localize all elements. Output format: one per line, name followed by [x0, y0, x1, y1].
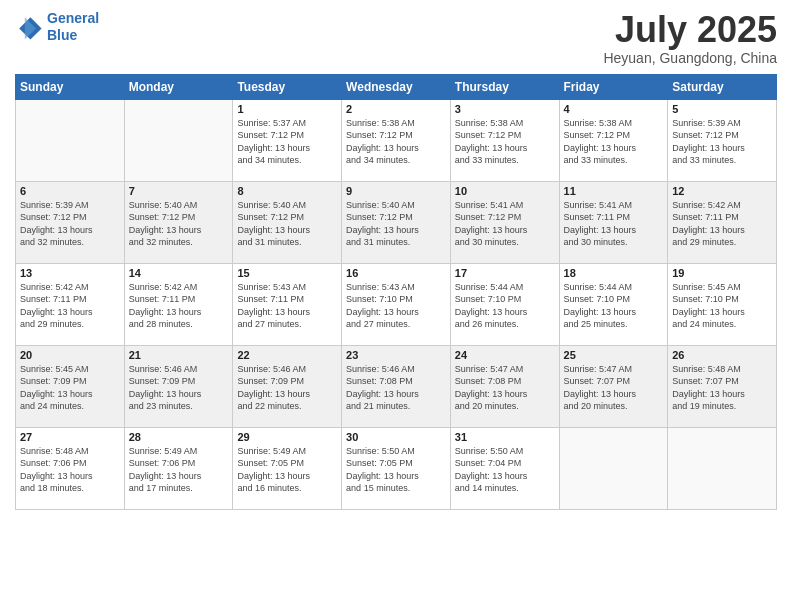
weekday-header-sunday: Sunday	[16, 74, 125, 99]
calendar-cell: 9Sunrise: 5:40 AM Sunset: 7:12 PM Daylig…	[342, 181, 451, 263]
day-number: 16	[346, 267, 446, 279]
day-info: Sunrise: 5:43 AM Sunset: 7:10 PM Dayligh…	[346, 281, 446, 331]
logo: General Blue	[15, 10, 99, 44]
day-number: 23	[346, 349, 446, 361]
weekday-header-wednesday: Wednesday	[342, 74, 451, 99]
calendar-cell	[559, 427, 668, 509]
calendar-cell: 18Sunrise: 5:44 AM Sunset: 7:10 PM Dayli…	[559, 263, 668, 345]
day-number: 7	[129, 185, 229, 197]
weekday-header-tuesday: Tuesday	[233, 74, 342, 99]
day-number: 29	[237, 431, 337, 443]
calendar-cell: 19Sunrise: 5:45 AM Sunset: 7:10 PM Dayli…	[668, 263, 777, 345]
calendar-cell: 30Sunrise: 5:50 AM Sunset: 7:05 PM Dayli…	[342, 427, 451, 509]
day-number: 14	[129, 267, 229, 279]
logo-icon	[15, 13, 43, 41]
calendar-cell: 2Sunrise: 5:38 AM Sunset: 7:12 PM Daylig…	[342, 99, 451, 181]
day-info: Sunrise: 5:44 AM Sunset: 7:10 PM Dayligh…	[564, 281, 664, 331]
week-row-1: 1Sunrise: 5:37 AM Sunset: 7:12 PM Daylig…	[16, 99, 777, 181]
day-info: Sunrise: 5:44 AM Sunset: 7:10 PM Dayligh…	[455, 281, 555, 331]
week-row-2: 6Sunrise: 5:39 AM Sunset: 7:12 PM Daylig…	[16, 181, 777, 263]
calendar-cell: 17Sunrise: 5:44 AM Sunset: 7:10 PM Dayli…	[450, 263, 559, 345]
location: Heyuan, Guangdong, China	[603, 50, 777, 66]
calendar-cell: 29Sunrise: 5:49 AM Sunset: 7:05 PM Dayli…	[233, 427, 342, 509]
day-number: 21	[129, 349, 229, 361]
day-info: Sunrise: 5:39 AM Sunset: 7:12 PM Dayligh…	[20, 199, 120, 249]
day-info: Sunrise: 5:45 AM Sunset: 7:09 PM Dayligh…	[20, 363, 120, 413]
calendar-cell	[668, 427, 777, 509]
calendar-cell: 13Sunrise: 5:42 AM Sunset: 7:11 PM Dayli…	[16, 263, 125, 345]
day-number: 19	[672, 267, 772, 279]
calendar-cell: 8Sunrise: 5:40 AM Sunset: 7:12 PM Daylig…	[233, 181, 342, 263]
day-number: 28	[129, 431, 229, 443]
day-info: Sunrise: 5:48 AM Sunset: 7:07 PM Dayligh…	[672, 363, 772, 413]
week-row-3: 13Sunrise: 5:42 AM Sunset: 7:11 PM Dayli…	[16, 263, 777, 345]
calendar-cell: 14Sunrise: 5:42 AM Sunset: 7:11 PM Dayli…	[124, 263, 233, 345]
calendar-cell: 24Sunrise: 5:47 AM Sunset: 7:08 PM Dayli…	[450, 345, 559, 427]
day-number: 10	[455, 185, 555, 197]
day-info: Sunrise: 5:48 AM Sunset: 7:06 PM Dayligh…	[20, 445, 120, 495]
day-number: 15	[237, 267, 337, 279]
logo-blue: Blue	[47, 27, 77, 43]
day-number: 4	[564, 103, 664, 115]
day-info: Sunrise: 5:42 AM Sunset: 7:11 PM Dayligh…	[672, 199, 772, 249]
page: General Blue July 2025 Heyuan, Guangdong…	[0, 0, 792, 612]
day-number: 30	[346, 431, 446, 443]
weekday-header-saturday: Saturday	[668, 74, 777, 99]
calendar-cell: 28Sunrise: 5:49 AM Sunset: 7:06 PM Dayli…	[124, 427, 233, 509]
calendar-cell: 11Sunrise: 5:41 AM Sunset: 7:11 PM Dayli…	[559, 181, 668, 263]
day-number: 13	[20, 267, 120, 279]
day-info: Sunrise: 5:38 AM Sunset: 7:12 PM Dayligh…	[346, 117, 446, 167]
calendar-cell: 5Sunrise: 5:39 AM Sunset: 7:12 PM Daylig…	[668, 99, 777, 181]
day-info: Sunrise: 5:43 AM Sunset: 7:11 PM Dayligh…	[237, 281, 337, 331]
calendar-cell: 1Sunrise: 5:37 AM Sunset: 7:12 PM Daylig…	[233, 99, 342, 181]
day-number: 9	[346, 185, 446, 197]
day-number: 31	[455, 431, 555, 443]
calendar-cell: 31Sunrise: 5:50 AM Sunset: 7:04 PM Dayli…	[450, 427, 559, 509]
calendar-cell: 26Sunrise: 5:48 AM Sunset: 7:07 PM Dayli…	[668, 345, 777, 427]
day-info: Sunrise: 5:47 AM Sunset: 7:08 PM Dayligh…	[455, 363, 555, 413]
calendar-cell: 4Sunrise: 5:38 AM Sunset: 7:12 PM Daylig…	[559, 99, 668, 181]
day-number: 27	[20, 431, 120, 443]
day-info: Sunrise: 5:50 AM Sunset: 7:05 PM Dayligh…	[346, 445, 446, 495]
day-info: Sunrise: 5:39 AM Sunset: 7:12 PM Dayligh…	[672, 117, 772, 167]
calendar-cell: 27Sunrise: 5:48 AM Sunset: 7:06 PM Dayli…	[16, 427, 125, 509]
calendar-cell: 6Sunrise: 5:39 AM Sunset: 7:12 PM Daylig…	[16, 181, 125, 263]
day-number: 17	[455, 267, 555, 279]
day-number: 11	[564, 185, 664, 197]
day-number: 22	[237, 349, 337, 361]
day-info: Sunrise: 5:49 AM Sunset: 7:06 PM Dayligh…	[129, 445, 229, 495]
day-number: 18	[564, 267, 664, 279]
day-number: 2	[346, 103, 446, 115]
week-row-4: 20Sunrise: 5:45 AM Sunset: 7:09 PM Dayli…	[16, 345, 777, 427]
calendar-cell: 25Sunrise: 5:47 AM Sunset: 7:07 PM Dayli…	[559, 345, 668, 427]
day-number: 3	[455, 103, 555, 115]
calendar-cell: 22Sunrise: 5:46 AM Sunset: 7:09 PM Dayli…	[233, 345, 342, 427]
calendar-cell: 20Sunrise: 5:45 AM Sunset: 7:09 PM Dayli…	[16, 345, 125, 427]
calendar-cell: 23Sunrise: 5:46 AM Sunset: 7:08 PM Dayli…	[342, 345, 451, 427]
calendar-cell: 15Sunrise: 5:43 AM Sunset: 7:11 PM Dayli…	[233, 263, 342, 345]
day-number: 12	[672, 185, 772, 197]
weekday-header-row: SundayMondayTuesdayWednesdayThursdayFrid…	[16, 74, 777, 99]
day-info: Sunrise: 5:38 AM Sunset: 7:12 PM Dayligh…	[455, 117, 555, 167]
week-row-5: 27Sunrise: 5:48 AM Sunset: 7:06 PM Dayli…	[16, 427, 777, 509]
day-number: 26	[672, 349, 772, 361]
weekday-header-thursday: Thursday	[450, 74, 559, 99]
day-number: 24	[455, 349, 555, 361]
day-number: 1	[237, 103, 337, 115]
calendar-cell: 3Sunrise: 5:38 AM Sunset: 7:12 PM Daylig…	[450, 99, 559, 181]
day-info: Sunrise: 5:42 AM Sunset: 7:11 PM Dayligh…	[20, 281, 120, 331]
weekday-header-friday: Friday	[559, 74, 668, 99]
day-number: 6	[20, 185, 120, 197]
day-number: 25	[564, 349, 664, 361]
logo-general: General	[47, 10, 99, 26]
day-number: 8	[237, 185, 337, 197]
day-info: Sunrise: 5:38 AM Sunset: 7:12 PM Dayligh…	[564, 117, 664, 167]
calendar-cell: 21Sunrise: 5:46 AM Sunset: 7:09 PM Dayli…	[124, 345, 233, 427]
day-info: Sunrise: 5:42 AM Sunset: 7:11 PM Dayligh…	[129, 281, 229, 331]
day-info: Sunrise: 5:37 AM Sunset: 7:12 PM Dayligh…	[237, 117, 337, 167]
calendar-cell: 12Sunrise: 5:42 AM Sunset: 7:11 PM Dayli…	[668, 181, 777, 263]
day-info: Sunrise: 5:50 AM Sunset: 7:04 PM Dayligh…	[455, 445, 555, 495]
day-info: Sunrise: 5:41 AM Sunset: 7:12 PM Dayligh…	[455, 199, 555, 249]
calendar: SundayMondayTuesdayWednesdayThursdayFrid…	[15, 74, 777, 510]
logo-text: General Blue	[47, 10, 99, 44]
